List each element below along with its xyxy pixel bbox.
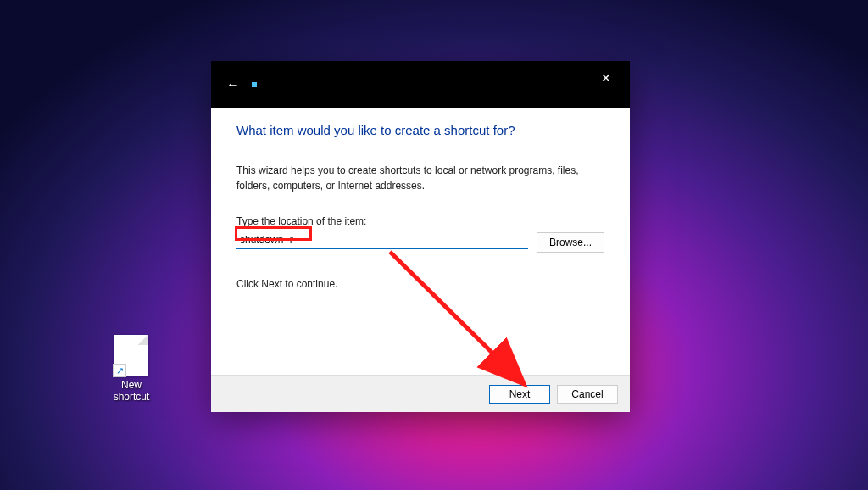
- dialog-footer: Next Cancel: [211, 375, 630, 412]
- close-icon[interactable]: ✕: [589, 68, 623, 88]
- create-shortcut-dialog: ← ✕ What item would you like to create a…: [211, 61, 630, 412]
- cancel-button[interactable]: Cancel: [557, 385, 618, 404]
- back-arrow-icon[interactable]: ←: [218, 72, 248, 97]
- continue-text: Click Next to continue.: [236, 278, 604, 290]
- location-input[interactable]: [236, 232, 528, 249]
- file-icon: ↗: [114, 335, 148, 376]
- dialog-content: What item would you like to create a sho…: [211, 108, 630, 375]
- dialog-heading: What item would you like to create a sho…: [236, 123, 604, 137]
- browse-button[interactable]: Browse...: [537, 232, 604, 253]
- shortcut-arrow-overlay: ↗: [113, 364, 126, 377]
- desktop-icon-label: New shortcut: [102, 379, 161, 403]
- dialog-description: This wizard helps you to create shortcut…: [236, 163, 604, 193]
- dialog-titlebar[interactable]: ← ✕: [211, 61, 630, 108]
- next-button[interactable]: Next: [489, 385, 550, 404]
- location-label: Type the location of the item:: [236, 215, 604, 227]
- titlebar-app-icon: [252, 82, 257, 87]
- desktop-shortcut-icon[interactable]: ↗ New shortcut: [102, 335, 161, 403]
